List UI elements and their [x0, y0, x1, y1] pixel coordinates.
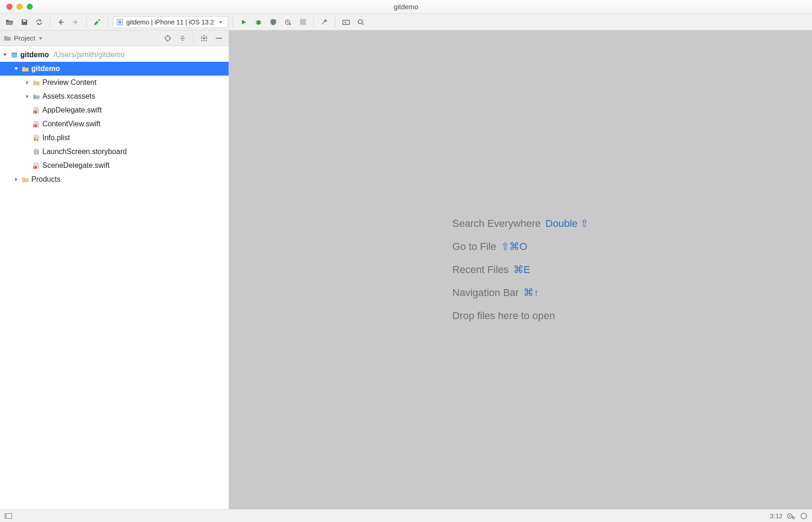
open-button[interactable] — [4, 16, 16, 28]
tree-item[interactable]: Preview Content — [0, 76, 229, 89]
products-row[interactable]: Products — [0, 172, 229, 186]
git-branch-button[interactable] — [340, 16, 352, 28]
products-label: Products — [31, 175, 60, 184]
cursor-position[interactable]: 3:12 — [770, 512, 783, 520]
tree-item[interactable]: Assets.xcassets — [0, 89, 229, 103]
run-coverage-button[interactable] — [267, 16, 279, 28]
background-tasks-button[interactable] — [787, 512, 795, 520]
tree-item[interactable]: LaunchScreen.storyboard — [0, 145, 229, 159]
circle-icon — [800, 512, 807, 520]
tip-navbar-label: Navigation Bar — [453, 287, 519, 299]
swift-file-icon: S — [32, 120, 41, 128]
main-toolbar: gitdemo | iPhone 11 | iOS 13.2 — [0, 14, 812, 30]
chevron-down-icon — [38, 36, 43, 41]
tree-item[interactable]: S AppDelegate.swift — [0, 103, 229, 117]
tree-item[interactable]: S ContentView.swift — [0, 117, 229, 131]
memory-indicator-button[interactable] — [800, 512, 807, 520]
nav-back-button[interactable] — [55, 16, 67, 28]
panel-settings-button[interactable] — [198, 32, 210, 44]
save-all-button[interactable] — [18, 16, 30, 28]
window-close-button[interactable] — [6, 4, 12, 10]
swift-file-icon: S — [32, 162, 41, 169]
content-area: Project gitdem — [0, 30, 812, 509]
chevron-down-icon — [218, 20, 223, 24]
arrow-left-icon — [57, 18, 65, 26]
svg-rect-4 — [300, 19, 306, 25]
project-tool-window: Project gitdem — [0, 30, 229, 509]
gear-icon — [200, 35, 208, 42]
minimize-icon — [216, 35, 222, 42]
disclosure-triangle-closed-icon[interactable] — [24, 80, 30, 85]
tree-item-label: Assets.xcassets — [42, 92, 95, 101]
window-minimize-button[interactable] — [17, 4, 23, 10]
nav-forward-button[interactable] — [70, 16, 82, 28]
wrench-icon — [321, 18, 328, 26]
svg-rect-12 — [34, 96, 36, 98]
separator — [335, 17, 335, 27]
svg-point-2 — [257, 20, 260, 25]
module-name: gitdemo — [31, 65, 60, 73]
tree-item[interactable]: Info.plist — [0, 131, 229, 145]
svg-rect-9 — [216, 38, 222, 39]
layout-icon — [5, 513, 12, 519]
settings-button[interactable] — [318, 16, 330, 28]
module-row[interactable]: gitdemo — [0, 62, 229, 76]
window-maximize-button[interactable] — [27, 4, 33, 10]
separator — [86, 17, 87, 27]
tip-navbar-shortcut: ⌘↑ — [524, 287, 539, 299]
tree-item-label: ContentView.swift — [42, 120, 100, 128]
separator — [193, 34, 194, 43]
processes-icon — [787, 512, 795, 520]
profile-button[interactable] — [282, 16, 294, 28]
window-title: gitdemo — [394, 3, 418, 11]
sync-button[interactable] — [33, 16, 45, 28]
target-icon — [164, 35, 171, 42]
svg-point-27 — [793, 516, 794, 518]
disclosure-triangle-open-icon[interactable] — [13, 66, 19, 71]
refresh-icon — [35, 18, 43, 26]
editor-empty-state[interactable]: Search Everywhere Double ⇧ Go to File ⇧⌘… — [229, 30, 812, 509]
tree-item-label: Info.plist — [42, 134, 70, 142]
stop-button[interactable] — [297, 16, 309, 28]
expand-all-button[interactable] — [177, 32, 188, 44]
locate-file-button[interactable] — [162, 32, 174, 44]
run-button[interactable] — [238, 16, 250, 28]
run-config-selector[interactable]: gitdemo | iPhone 11 | iOS 13.2 — [113, 16, 228, 28]
hide-panel-button[interactable] — [213, 32, 225, 44]
folder-icon — [32, 80, 41, 86]
project-tree[interactable]: gitdemo /Users/jsmith/gitdemo gitdemo Pr… — [0, 46, 229, 509]
status-bar: 3:12 — [0, 509, 812, 522]
tool-window-quick-access-button[interactable] — [5, 513, 12, 519]
storyboard-file-icon — [32, 148, 41, 155]
run-config-label: gitdemo | iPhone 11 | iOS 13.2 — [126, 18, 214, 26]
save-icon — [21, 18, 28, 26]
project-root-row[interactable]: gitdemo /Users/jsmith/gitdemo — [0, 48, 229, 62]
expand-icon — [179, 35, 186, 42]
disclosure-triangle-open-icon[interactable] — [2, 53, 8, 57]
folder-icon — [4, 35, 11, 42]
tree-item-label: AppDelegate.swift — [42, 106, 102, 114]
svg-rect-17 — [34, 138, 35, 141]
svg-rect-19 — [37, 139, 38, 141]
swift-file-icon: S — [32, 107, 41, 114]
project-view-selector[interactable]: Project — [4, 34, 43, 42]
search-everywhere-button[interactable] — [355, 16, 367, 28]
vcs-icon — [342, 19, 350, 25]
project-icon — [10, 51, 18, 59]
svg-point-6 — [359, 19, 363, 24]
svg-point-8 — [203, 37, 205, 39]
hammer-icon — [93, 18, 101, 26]
tree-item-label: Preview Content — [42, 78, 96, 87]
build-button[interactable] — [91, 16, 103, 28]
tip-recent-label: Recent Files — [453, 264, 509, 276]
tip-drop-label: Drop files here to open — [453, 310, 555, 322]
svg-rect-24 — [5, 513, 7, 518]
arrow-right-icon — [72, 18, 79, 26]
disclosure-triangle-closed-icon[interactable] — [13, 177, 19, 182]
disclosure-triangle-closed-icon[interactable] — [24, 94, 30, 99]
stop-icon — [300, 19, 306, 25]
tree-item-label: SceneDelegate.swift — [42, 161, 110, 170]
folder-icon — [21, 66, 29, 72]
tree-item[interactable]: S SceneDelegate.swift — [0, 159, 229, 172]
debug-button[interactable] — [253, 16, 265, 28]
